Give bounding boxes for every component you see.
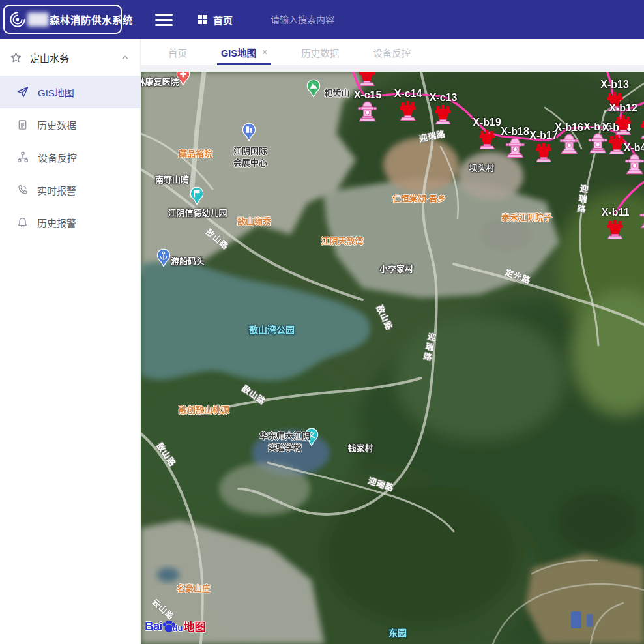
sidebar-item-realtime-alarm[interactable]: 实时报警 xyxy=(0,173,140,206)
sidebar-item-gis-map[interactable]: GIS地图 xyxy=(0,76,140,108)
content-gap xyxy=(141,65,644,72)
tab-home[interactable]: 首页 xyxy=(151,39,204,65)
search-input[interactable] xyxy=(271,10,414,29)
app-logo: 森林消防供水系统 xyxy=(3,5,122,34)
tab-label: 设备反控 xyxy=(373,46,411,59)
sidebar-item-history-data[interactable]: 历史数据 xyxy=(0,108,140,141)
signal-spiral-icon xyxy=(9,11,26,28)
tab-label: 首页 xyxy=(168,46,187,59)
sidebar-group-dingshan[interactable]: 定山水务 xyxy=(0,39,140,76)
close-icon[interactable]: × xyxy=(262,47,267,57)
app-title: 森林消防供水系统 xyxy=(50,12,133,27)
sidebar-group-label: 定山水务 xyxy=(30,51,69,65)
menu-icon[interactable] xyxy=(155,14,173,26)
document-icon xyxy=(17,119,28,130)
topbar: 森林消防供水系统 首页 xyxy=(0,0,644,39)
sidebar: 定山水务 GIS地图历史数据设备反控实时报警历史报警 xyxy=(0,39,141,644)
tab-history-data[interactable]: 历史数据 xyxy=(284,39,356,65)
sidebar-item-label: 设备反控 xyxy=(38,151,77,164)
chevron-up-icon xyxy=(121,53,130,62)
home-label: 首页 xyxy=(213,13,233,27)
sidebar-item-label: 历史数据 xyxy=(37,118,76,132)
sidebar-list: GIS地图历史数据设备反控实时报警历史报警 xyxy=(0,76,140,239)
send-icon xyxy=(17,86,29,98)
tabbar: 首页GIS地图×历史数据设备反控 xyxy=(141,39,644,65)
tab-label: 历史数据 xyxy=(301,46,339,59)
sitemap-icon xyxy=(17,151,29,163)
phone-icon xyxy=(17,184,28,196)
home-nav[interactable]: 首页 xyxy=(198,0,233,39)
baidu-bai-text: Bai xyxy=(145,619,162,634)
sidebar-item-history-alarm[interactable]: 历史报警 xyxy=(0,206,140,239)
baidu-du-text: du xyxy=(173,623,183,633)
grid-icon xyxy=(198,14,208,25)
tab-label: GIS地图 xyxy=(221,46,256,59)
redacted-text xyxy=(27,12,49,27)
sidebar-item-label: GIS地图 xyxy=(38,85,74,99)
bell-icon xyxy=(17,217,28,228)
tab-gis-map[interactable]: GIS地图× xyxy=(204,39,284,65)
sidebar-item-label: 实时报警 xyxy=(37,183,76,197)
sidebar-item-label: 历史报警 xyxy=(37,216,76,229)
baidu-maps-attribution: Bai du 地图 xyxy=(145,618,205,634)
gis-map-canvas[interactable]: 迎瑞路迎瑞路敔山路定光路敔山路迎瑞路敔山路迎瑞路敔山路云山路 藏品裕院南野山嘴敔… xyxy=(141,72,644,644)
tab-device-control[interactable]: 设备反控 xyxy=(356,39,428,65)
satellite-basemap xyxy=(141,72,644,644)
baidu-map-word: 地图 xyxy=(183,618,205,634)
sidebar-item-device-control[interactable]: 设备反控 xyxy=(0,141,140,173)
app-window: 森林消防供水系统 首页 定山水务 xyxy=(0,0,644,644)
star-icon xyxy=(10,52,22,63)
